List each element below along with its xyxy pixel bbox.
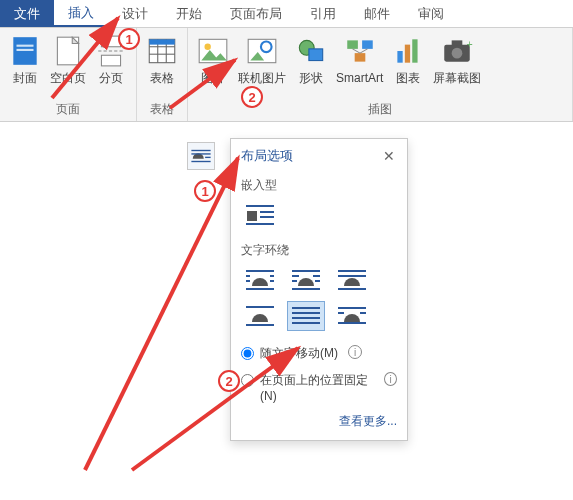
wrap-behind[interactable] xyxy=(287,301,325,331)
svg-rect-29 xyxy=(452,40,463,45)
svg-rect-18 xyxy=(309,49,323,61)
group-tables: 表格 表格 xyxy=(137,28,188,121)
cmd-label: 屏幕截图 xyxy=(433,71,481,85)
svg-point-28 xyxy=(452,48,463,59)
radio-fixed-on-page[interactable]: 在页面上的位置固定(N) i xyxy=(241,372,397,403)
cover-page-icon xyxy=(8,34,42,68)
group-label-tables: 表格 xyxy=(141,99,183,121)
svg-line-22 xyxy=(352,49,359,53)
annotation-badge-panel-1: 1 xyxy=(194,180,216,202)
tab-design[interactable]: 设计 xyxy=(108,0,162,27)
smartart-icon xyxy=(343,34,377,68)
cmd-screenshot[interactable]: + 屏幕截图 xyxy=(429,30,485,87)
cmd-picture[interactable]: 图片 xyxy=(192,30,234,87)
screenshot-icon: + xyxy=(440,34,474,68)
svg-rect-26 xyxy=(413,39,418,62)
cmd-chart[interactable]: 图表 xyxy=(387,30,429,87)
cmd-table[interactable]: 表格 xyxy=(141,30,183,87)
annotation-badge-top-1: 1 xyxy=(118,28,140,50)
tab-references[interactable]: 引用 xyxy=(296,0,350,27)
cmd-blank-page[interactable]: 空白页 xyxy=(46,30,90,87)
annotation-badge-panel-2: 2 xyxy=(218,370,240,392)
svg-rect-25 xyxy=(405,45,410,63)
svg-rect-1 xyxy=(17,45,34,47)
radio-move-input[interactable] xyxy=(241,347,254,360)
svg-rect-24 xyxy=(398,51,403,63)
cmd-label: 图表 xyxy=(396,71,420,85)
wrap-through[interactable] xyxy=(333,265,371,295)
picture-icon xyxy=(196,34,230,68)
cmd-label: 图片 xyxy=(201,71,225,85)
svg-line-67 xyxy=(85,158,238,470)
wrap-inline[interactable] xyxy=(241,200,279,230)
group-illustrations: 图片 联机图片 形状 SmartArt xyxy=(188,28,573,121)
cmd-label: 空白页 xyxy=(50,71,86,85)
position-radios: 随文字移动(M) i 在页面上的位置固定(N) i xyxy=(241,345,397,403)
svg-rect-5 xyxy=(101,55,120,66)
svg-rect-12 xyxy=(149,39,175,44)
shapes-icon xyxy=(294,34,328,68)
cmd-label: SmartArt xyxy=(336,71,383,85)
close-icon[interactable]: ✕ xyxy=(381,148,397,164)
svg-line-23 xyxy=(360,49,367,53)
tab-file[interactable]: 文件 xyxy=(0,0,54,27)
cmd-label: 表格 xyxy=(150,71,174,85)
tab-mail[interactable]: 邮件 xyxy=(350,0,404,27)
wrap-infront[interactable] xyxy=(333,301,371,331)
info-icon[interactable]: i xyxy=(384,372,397,386)
panel-title: 布局选项 xyxy=(241,147,293,165)
wrap-square[interactable] xyxy=(241,265,279,295)
online-picture-icon xyxy=(245,34,279,68)
wrap-tight[interactable] xyxy=(287,265,325,295)
wrap-topbottom[interactable] xyxy=(241,301,279,331)
ribbon-tabs: 文件 插入 设计 开始 页面布局 引用 邮件 审阅 xyxy=(0,0,573,28)
svg-point-14 xyxy=(205,44,211,50)
group-pages: 封面 空白页 分页 页面 xyxy=(0,28,137,121)
annotation-badge-top-2: 2 xyxy=(241,86,263,108)
cmd-label: 形状 xyxy=(299,71,323,85)
svg-rect-2 xyxy=(17,49,34,51)
cmd-label: 封面 xyxy=(13,71,37,85)
group-label-pages: 页面 xyxy=(4,99,132,121)
ribbon-body: 封面 空白页 分页 页面 表格 xyxy=(0,28,573,122)
cmd-online-picture[interactable]: 联机图片 xyxy=(234,30,290,87)
cmd-label: 联机图片 xyxy=(238,71,286,85)
blank-page-icon xyxy=(51,34,85,68)
tab-review[interactable]: 审阅 xyxy=(404,0,458,27)
section-inline-label: 嵌入型 xyxy=(241,177,397,194)
svg-rect-35 xyxy=(247,211,257,221)
cmd-cover-page[interactable]: 封面 xyxy=(4,30,46,87)
svg-text:+: + xyxy=(467,38,473,50)
info-icon[interactable]: i xyxy=(348,345,362,359)
cmd-smartart[interactable]: SmartArt xyxy=(332,30,387,87)
radio-fixed-input[interactable] xyxy=(241,374,254,387)
svg-rect-19 xyxy=(347,40,358,49)
tab-page-layout[interactable]: 页面布局 xyxy=(216,0,296,27)
cmd-shapes[interactable]: 形状 xyxy=(290,30,332,87)
section-wrap-label: 文字环绕 xyxy=(241,242,397,259)
tab-insert[interactable]: 插入 xyxy=(54,0,108,27)
radio-label: 随文字移动(M) xyxy=(260,345,338,362)
radio-move-with-text[interactable]: 随文字移动(M) i xyxy=(241,345,397,362)
tab-home[interactable]: 开始 xyxy=(162,0,216,27)
table-icon xyxy=(145,34,179,68)
see-more-link[interactable]: 查看更多... xyxy=(241,413,397,430)
cmd-label: 分页 xyxy=(99,71,123,85)
svg-rect-20 xyxy=(362,40,373,49)
chart-icon xyxy=(391,34,425,68)
wrap-text-icon xyxy=(190,147,212,165)
layout-options-panel: 布局选项 ✕ 嵌入型 文字环绕 随文字移动(M) xyxy=(230,138,408,441)
layout-options-bubble[interactable] xyxy=(187,142,215,170)
svg-rect-21 xyxy=(354,53,365,62)
radio-label: 在页面上的位置固定(N) xyxy=(260,372,374,403)
